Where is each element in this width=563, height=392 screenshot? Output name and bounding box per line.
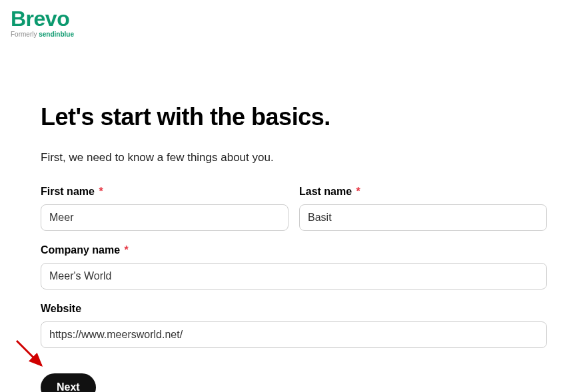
- company-name-group: Company name *: [41, 244, 547, 290]
- brand-logo: Brevo: [11, 8, 74, 29]
- brand-tagline: Formerly sendinblue: [11, 31, 74, 38]
- company-name-input[interactable]: [41, 263, 547, 290]
- tagline-brand: sendinblue: [39, 31, 74, 38]
- first-name-label-text: First name: [41, 186, 95, 197]
- onboarding-form: Let's start with the basics. First, we n…: [41, 103, 547, 392]
- first-name-group: First name *: [41, 186, 288, 231]
- next-button[interactable]: Next: [41, 373, 96, 392]
- page-subtitle: First, we need to know a few things abou…: [41, 151, 547, 164]
- last-name-label-text: Last name: [299, 186, 352, 197]
- website-row: Website: [41, 303, 547, 348]
- company-name-label: Company name *: [41, 244, 547, 256]
- company-row: Company name *: [41, 244, 547, 290]
- tagline-prefix: Formerly: [11, 31, 39, 38]
- website-group: Website: [41, 303, 547, 348]
- website-label: Website: [41, 303, 547, 315]
- required-marker: *: [356, 186, 360, 197]
- last-name-label: Last name *: [299, 186, 547, 198]
- website-label-text: Website: [41, 303, 81, 314]
- company-name-label-text: Company name: [41, 244, 120, 256]
- logo-container: Brevo Formerly sendinblue: [11, 8, 74, 38]
- name-row: First name * Last name *: [41, 186, 547, 231]
- required-marker: *: [125, 244, 129, 256]
- svg-line-1: [17, 341, 41, 365]
- required-marker: *: [99, 186, 103, 197]
- first-name-input[interactable]: [41, 204, 288, 231]
- page-title: Let's start with the basics.: [41, 103, 547, 131]
- first-name-label: First name *: [41, 186, 288, 198]
- last-name-group: Last name *: [299, 186, 547, 231]
- last-name-input[interactable]: [299, 204, 547, 231]
- website-input[interactable]: [41, 321, 547, 348]
